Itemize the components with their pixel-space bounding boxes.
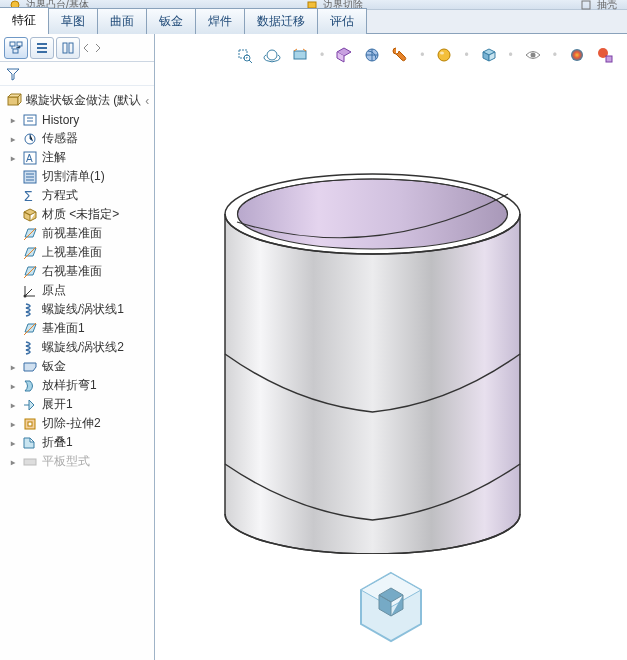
tree-twisty[interactable]: ▸ xyxy=(8,132,18,146)
sigma-icon: Σ xyxy=(22,188,38,204)
plane-icon xyxy=(22,264,38,280)
model-cylinder[interactable] xyxy=(205,154,540,554)
cutlist-icon xyxy=(22,169,38,185)
tab-label: 草图 xyxy=(61,14,85,28)
tab-weldment[interactable]: 焊件 xyxy=(195,8,245,34)
tree-node-5[interactable]: 材质 <未指定> xyxy=(4,205,154,224)
tree-node-0[interactable]: ▸History xyxy=(4,111,154,129)
ribbon-tabs: 特征 草图 曲面 钣金 焊件 数据迁移 评估 xyxy=(0,10,627,34)
tree-twisty[interactable]: ▸ xyxy=(8,417,18,431)
unfold-icon xyxy=(22,397,38,413)
svg-rect-2 xyxy=(582,1,590,9)
tree-twisty[interactable]: ▸ xyxy=(8,398,18,412)
tab-label: 焊件 xyxy=(208,14,232,28)
tree-node-8[interactable]: 右视基准面 xyxy=(4,262,154,281)
render-icon[interactable] xyxy=(567,45,587,65)
tree-node-17[interactable]: ▸折叠1 xyxy=(4,433,154,452)
sidebar-tab-config[interactable] xyxy=(56,37,80,59)
display-style-icon[interactable] xyxy=(362,45,382,65)
tab-label: 曲面 xyxy=(110,14,134,28)
tab-evaluate[interactable]: 评估 xyxy=(317,8,367,34)
tree-node-label: 切割清单(1) xyxy=(42,168,105,185)
tab-datamigration[interactable]: 数据迁移 xyxy=(244,8,318,34)
svg-rect-5 xyxy=(13,49,18,53)
filter-row xyxy=(0,62,154,86)
wrench-icon[interactable] xyxy=(390,45,410,65)
svg-point-15 xyxy=(24,294,27,297)
tree-node-label: 折叠1 xyxy=(42,434,73,451)
tree-node-3[interactable]: 切割清单(1) xyxy=(4,167,154,186)
tab-label: 特征 xyxy=(12,13,36,27)
helix-icon xyxy=(22,340,38,356)
tree-root-chevron[interactable]: ‹ xyxy=(145,94,149,108)
tree-icon xyxy=(9,41,23,55)
tree-twisty[interactable]: ▸ xyxy=(8,113,18,127)
tree-node-label: 放样折弯1 xyxy=(42,377,97,394)
sidebar-tabs xyxy=(0,34,154,62)
tree-node-11[interactable]: 基准面1 xyxy=(4,319,154,338)
tree-node-label: 展开1 xyxy=(42,396,73,413)
sidebar-tab-feature-tree[interactable] xyxy=(4,37,28,59)
zoom-rotate-icon[interactable] xyxy=(262,45,282,65)
tree-root[interactable]: 螺旋状钣金做法 (默认 ‹ xyxy=(4,90,154,111)
tab-surface[interactable]: 曲面 xyxy=(97,8,147,34)
eye-icon[interactable] xyxy=(523,45,543,65)
flatpattern-icon xyxy=(22,454,38,470)
tree-twisty[interactable]: ▸ xyxy=(8,379,18,393)
fold-icon xyxy=(22,435,38,451)
svg-rect-18 xyxy=(24,459,36,465)
tree-node-16[interactable]: ▸切除-拉伸2 xyxy=(4,414,154,433)
svg-rect-19 xyxy=(239,50,247,58)
tree-node-9[interactable]: 原点 xyxy=(4,281,154,300)
tree-node-label: 钣金 xyxy=(42,358,66,375)
tree-node-7[interactable]: 上视基准面 xyxy=(4,243,154,262)
svg-point-21 xyxy=(267,50,277,60)
sphere-icon[interactable] xyxy=(434,45,454,65)
graphics-viewport[interactable]: • • • • • xyxy=(155,34,627,660)
tree-node-label: 螺旋线/涡状线1 xyxy=(42,301,124,318)
cube-icon[interactable] xyxy=(479,45,499,65)
svg-rect-7 xyxy=(69,43,73,53)
tree-node-15[interactable]: ▸展开1 xyxy=(4,395,154,414)
origin-icon xyxy=(22,283,38,299)
sensor-icon xyxy=(22,131,38,147)
render-settings-icon[interactable] xyxy=(595,45,615,65)
tree-root-label: 螺旋状钣金做法 (默认 xyxy=(26,92,141,109)
tree-node-18[interactable]: ▸平板型式 xyxy=(4,452,154,471)
tree-node-6[interactable]: 前视基准面 xyxy=(4,224,154,243)
sidebar-nav-left[interactable] xyxy=(82,43,92,53)
model-area[interactable] xyxy=(155,74,627,660)
tree-twisty[interactable]: ▸ xyxy=(8,436,18,450)
tree-node-label: 基准面1 xyxy=(42,320,85,337)
tree-node-4[interactable]: Σ方程式 xyxy=(4,186,154,205)
tree-twisty[interactable]: ▸ xyxy=(8,455,18,469)
tree-twisty[interactable]: ▸ xyxy=(8,360,18,374)
svg-point-24 xyxy=(438,49,450,61)
history-icon xyxy=(22,112,38,128)
tab-sketch[interactable]: 草图 xyxy=(48,8,98,34)
tree-node-label: 前视基准面 xyxy=(42,225,102,242)
funnel-icon[interactable] xyxy=(6,67,20,81)
zoom-box-icon[interactable] xyxy=(234,45,254,65)
tree-node-label: 平板型式 xyxy=(42,453,90,470)
tree-node-14[interactable]: ▸放样折弯1 xyxy=(4,376,154,395)
tree-node-13[interactable]: ▸钣金 xyxy=(4,357,154,376)
tree-node-10[interactable]: 螺旋线/涡状线1 xyxy=(4,300,154,319)
tree-node-2[interactable]: ▸A注解 xyxy=(4,148,154,167)
svg-text:Σ: Σ xyxy=(24,188,33,204)
sheetmetal-icon xyxy=(22,359,38,375)
tree-node-label: 上视基准面 xyxy=(42,244,102,261)
section-icon[interactable] xyxy=(334,45,354,65)
helix-icon xyxy=(22,302,38,318)
tab-features[interactable]: 特征 xyxy=(0,7,49,34)
tree-twisty[interactable]: ▸ xyxy=(8,151,18,165)
tree-node-1[interactable]: ▸传感器 xyxy=(4,129,154,148)
sidebar-nav-right[interactable] xyxy=(94,43,104,53)
look-at-icon[interactable] xyxy=(290,45,310,65)
tab-sheetmetal[interactable]: 钣金 xyxy=(146,8,196,34)
tree-node-label: 原点 xyxy=(42,282,66,299)
material-icon xyxy=(22,207,38,223)
tree-node-12[interactable]: 螺旋线/涡状线2 xyxy=(4,338,154,357)
svg-rect-8 xyxy=(8,97,18,105)
sidebar-tab-property[interactable] xyxy=(30,37,54,59)
